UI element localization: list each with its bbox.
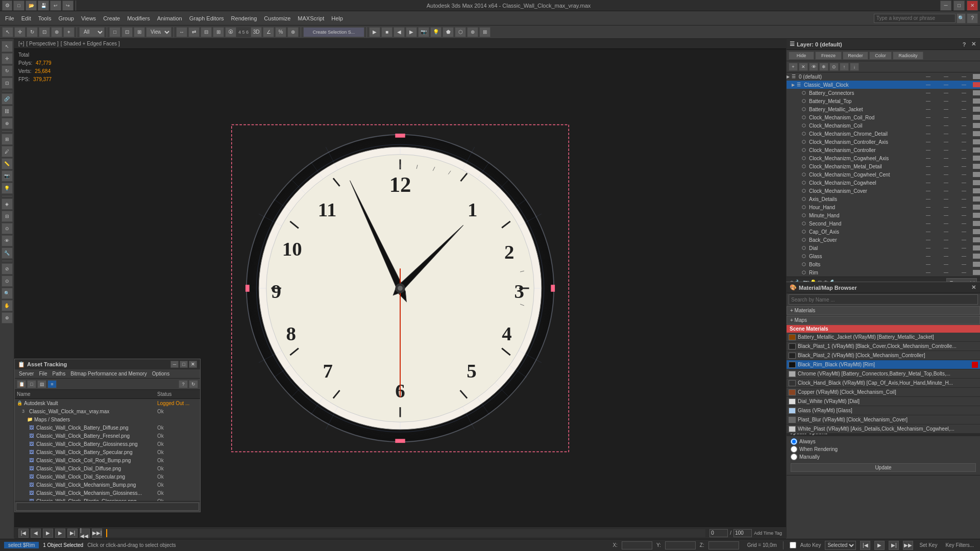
prev-btn[interactable]: ◀ (394, 27, 405, 37)
menu-modifiers[interactable]: Modifiers (124, 14, 153, 22)
prev-frame[interactable]: |◀ (18, 529, 29, 538)
array-btn[interactable]: ⊞ (213, 27, 224, 37)
menu-rendering[interactable]: Rendering (228, 14, 260, 22)
asset-file-row[interactable]: 🖼 Classic_Wall_Clock_Coil_Rod_Bump.png O… (15, 456, 200, 464)
select-tool[interactable]: ↖ (2, 27, 13, 37)
crossing-btn[interactable]: ⊞ (134, 27, 145, 37)
minimize-btn[interactable]: ─ (940, 1, 951, 11)
lt-orbit[interactable]: ⊕ (2, 312, 13, 323)
close-btn[interactable]: ✕ (967, 1, 978, 11)
lt-viewport-off[interactable]: ⊘ (2, 263, 13, 274)
layer-icon-show[interactable]: 👁 (809, 63, 818, 71)
lt-light[interactable]: 💡 (2, 183, 13, 194)
asset-file-row[interactable]: 🖼 Classic_Wall_Clock_Dial_Diffuse.png Ok (15, 464, 200, 472)
undo-btn[interactable]: ↩ (50, 1, 61, 11)
create-selection-btn[interactable]: Create Selection S... (303, 27, 364, 37)
mat-row[interactable]: Plast_Blur (VRayMtl) [Clock_Mechanism_Co… (787, 415, 980, 424)
go-start[interactable]: |◀◀ (80, 529, 90, 538)
layer-row[interactable]: ▶ ☰ 0 (default) — — — (787, 72, 980, 81)
layer-row[interactable]: ⬡ Clock_Mechanizm_Cogwheel_Cent — — — (787, 170, 980, 179)
stop-btn[interactable]: ■ (381, 27, 393, 37)
helper-btn[interactable]: ⊕ (467, 27, 478, 37)
uo-always-radio[interactable] (791, 438, 797, 445)
asset-refresh[interactable]: ↻ (189, 380, 198, 388)
open-btn[interactable]: 📂 (26, 1, 37, 11)
lt-move[interactable]: ✛ (2, 53, 13, 64)
asset-row-maps[interactable]: 📁 Maps / Shaders (15, 415, 200, 423)
layer-row[interactable]: ⬡ Glass — — — (787, 252, 980, 260)
asset-file-row[interactable]: 🖼 Classic_Wall_Clock_Plastic_Glossiness.… (15, 497, 200, 501)
lt-motion[interactable]: ⊙ (2, 223, 13, 234)
lt-pan[interactable]: ✋ (2, 300, 13, 311)
mat-row[interactable]: Chrome (VRayMtl) [Battery_Connectors,Bat… (787, 369, 980, 379)
asset-file-row[interactable]: 🖼 Classic_Wall_Clock_Dial_Specular.png O… (15, 472, 200, 481)
maximize-btn[interactable]: □ (953, 1, 965, 11)
mat-row[interactable]: Black_Rim_Black (VRayMtl) [Rim] (787, 360, 980, 369)
asset-tb4[interactable]: ≡ (47, 380, 57, 388)
rotate-tool[interactable]: ↻ (27, 27, 38, 37)
move-tool[interactable]: ✛ (14, 27, 26, 37)
layer-row[interactable]: ⬡ Cap_Of_Axis — — — (787, 228, 980, 236)
scale-tool[interactable]: ⊡ (39, 27, 50, 37)
align-btn[interactable]: ⊟ (201, 27, 212, 37)
mat-row[interactable]: Black_Plast_2 (VRayMtl) [Clock_Mechanism… (787, 351, 980, 360)
layer-row[interactable]: ▶ ☰ Classic_Wall_Clock — — — (787, 81, 980, 89)
layer-row[interactable]: ⬡ Rim — — — (787, 268, 980, 277)
lt-tape[interactable]: 📏 (2, 158, 13, 169)
layer-icon-add[interactable]: + (789, 63, 798, 71)
uo-manually-radio[interactable] (791, 454, 797, 460)
lt-bind[interactable]: ⊕ (2, 118, 13, 129)
layer-tb-freeze[interactable]: Freeze (815, 52, 842, 60)
asset-file-row[interactable]: 🖼 Classic_Wall_Clock_Mechanism_Bump.png … (15, 481, 200, 489)
menu-create[interactable]: Create (100, 14, 123, 22)
layer-row[interactable]: ⬡ Second_Hand — — — (787, 219, 980, 228)
layer-row[interactable]: ⬡ Bolts — — — (787, 260, 980, 268)
layer-row[interactable]: ⬡ Clock_Mechanizm_Cogwheel_Axis — — — (787, 154, 980, 162)
search-input[interactable] (874, 14, 955, 23)
asset-help[interactable]: ? (179, 380, 188, 388)
place-tool[interactable]: ⊕ (51, 27, 62, 37)
z-coord[interactable] (708, 541, 739, 549)
layer-row[interactable]: ⬡ Hour_Hand — — — (787, 203, 980, 211)
timeline[interactable] (106, 529, 705, 537)
shape-btn[interactable]: ⬡ (455, 27, 466, 37)
viewport-plus[interactable]: [+] (18, 41, 24, 46)
asset-file-row[interactable]: 🖼 Classic_Wall_Clock_Mechanism_Glossines… (15, 489, 200, 497)
menu-maxscript[interactable]: MAXScript (295, 14, 327, 22)
selected-dropdown[interactable]: Selected (825, 541, 856, 550)
layer-row[interactable]: ⬡ Clock_Mechanizm_Metal_Detail — — — (787, 162, 980, 170)
play-btn[interactable]: ▶ (369, 27, 380, 37)
asset-file-row[interactable]: 🖼 Classic_Wall_Clock_Battery_Specular.pn… (15, 448, 200, 456)
redo-btn[interactable]: ↪ (62, 1, 74, 11)
asset-menu-file[interactable]: File (37, 371, 49, 377)
snap-3d[interactable]: 3D (251, 27, 262, 37)
light-btn[interactable]: 💡 (430, 27, 442, 37)
next-frame[interactable]: ▶| (67, 529, 78, 538)
geom-btn[interactable]: ⬟ (443, 27, 454, 37)
status-prev[interactable]: |◀ (860, 541, 870, 550)
asset-maximize[interactable]: □ (180, 361, 188, 368)
view-dropdown[interactable]: View (146, 27, 172, 37)
layer-icon-render[interactable]: ⊙ (829, 63, 839, 71)
transform-btn[interactable]: ↔ (176, 27, 187, 37)
new-btn[interactable]: □ (13, 1, 24, 11)
uo-update-button[interactable]: Update (791, 463, 976, 472)
layer-icon-down[interactable]: ↓ (850, 63, 859, 71)
select-cmd[interactable]: select $Rim (4, 542, 39, 548)
asset-menu-bitmap[interactable]: Bitmap Performance and Memory (68, 371, 149, 377)
menu-animation[interactable]: Animation (154, 14, 185, 22)
lt-modifier[interactable]: ◈ (2, 198, 13, 210)
mat-row[interactable]: White_Plast (VRayMtl) [Axis_Details,Cloc… (787, 424, 980, 434)
layer-tb-radiosity[interactable]: Radiosity (893, 52, 923, 60)
asset-row-file[interactable]: 3 Classic_Wall_Clock_max_vray.max Ok (15, 407, 200, 415)
layer-row[interactable]: ⬡ Battery_Connectors — — — (787, 89, 980, 97)
layer-panel-help[interactable]: ? (961, 41, 968, 48)
prev-key[interactable]: ◀ (31, 529, 41, 538)
mat-row[interactable]: Battery_Metallic_Jacket (VRayMtl) [Batte… (787, 333, 980, 342)
lt-scale[interactable]: ⊡ (2, 78, 13, 89)
layer-icon-up[interactable]: ↑ (840, 63, 849, 71)
mat-row[interactable]: Clock_Hand_Black (VRayMtl) [Cap_Of_Axis,… (787, 379, 980, 388)
asset-header[interactable]: 📋 Asset Tracking ─ □ ✕ (15, 359, 200, 369)
viewport-perspective[interactable]: [ Perspective ] (26, 41, 58, 46)
viewport[interactable]: [+] [ Perspective ] [ Shaded + Edged Fac… (14, 39, 786, 538)
